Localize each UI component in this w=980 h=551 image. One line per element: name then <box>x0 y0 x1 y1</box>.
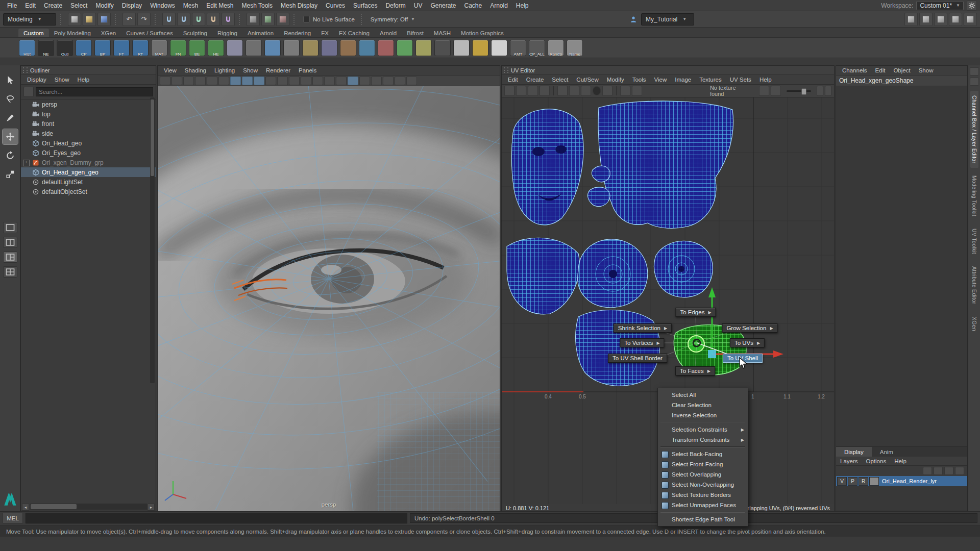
shelf-tab-motion-graphics[interactable]: Motion Graphics <box>456 29 509 37</box>
shelf-tab-animation[interactable]: Animation <box>242 29 279 37</box>
layout-two-pane-button[interactable] <box>3 237 17 248</box>
menu-deform[interactable]: Deform <box>381 0 409 11</box>
viewport-toolbar-icon[interactable] <box>277 77 288 85</box>
viewport-menu-lighting[interactable]: Lighting <box>210 67 239 73</box>
menu-item-shortest-edge-path-tool[interactable]: Shortest Edge Path Tool <box>658 514 748 524</box>
shelf-button[interactable] <box>472 39 489 57</box>
outliner-menu-help[interactable]: Help <box>74 77 94 83</box>
scroll-left-icon[interactable]: ◄ <box>22 504 29 511</box>
outliner-item-default-object-set[interactable]: defaultObjectSet <box>21 187 156 196</box>
sidebar-tab-uv-toolkit[interactable]: UV Toolkit <box>970 224 978 259</box>
layer-playback-toggle[interactable]: P <box>848 477 857 486</box>
viewport-toolbar-icon[interactable] <box>160 77 170 85</box>
select-tool-icon[interactable] <box>3 72 18 88</box>
outliner-item-ori-head-xgen-geo[interactable]: Ori_Head_xgen_geo <box>21 167 156 177</box>
uv-menu-textures[interactable]: Textures <box>695 77 725 83</box>
viewport-toolbar-icon[interactable] <box>183 77 194 85</box>
outliner-item-side[interactable]: side <box>21 129 156 138</box>
undo-button[interactable]: ↶ <box>122 13 136 26</box>
symmetry-dropdown[interactable]: Symmetry: Off ▼ <box>369 16 417 22</box>
uv-menu-create[interactable]: Create <box>522 77 548 83</box>
uv-isolate-icon[interactable] <box>759 86 769 96</box>
selection-mask-object-button[interactable] <box>261 13 275 26</box>
uv-flip-v-icon[interactable] <box>569 86 579 96</box>
selection-mask-hierarchy-button[interactable] <box>247 13 260 26</box>
outliner-item-default-light-set[interactable]: defaultLightSet <box>21 177 156 187</box>
layer-display-type-toggle[interactable]: R <box>859 477 868 486</box>
sidebar-tab-modeling-toolkit[interactable]: Modeling Toolkit <box>970 171 978 221</box>
shelf-button[interactable]: FN <box>169 39 187 57</box>
shelf-tab-sculpting[interactable]: Sculpting <box>178 29 212 37</box>
channel-box-menu-edit[interactable]: Edit <box>871 67 890 73</box>
new-scene-button[interactable] <box>68 13 81 26</box>
outliner-item-ori-head-geo[interactable]: Ori_Head_geo <box>21 138 156 148</box>
shelf-button[interactable]: AMT <box>509 39 527 57</box>
shelf-button[interactable] <box>358 39 376 57</box>
sidebar-tab-channel-box[interactable]: Channel Box / Layer Editor <box>970 91 978 168</box>
viewport-toolbar-icon[interactable] <box>254 77 264 85</box>
shelf-button[interactable]: RandS <box>547 39 565 57</box>
uv-grid-icon[interactable] <box>504 86 514 96</box>
shelf-tab-rendering[interactable]: Rendering <box>279 29 316 37</box>
create-layer-from-selected-icon[interactable] <box>955 467 964 475</box>
uv-menu-modify[interactable]: Modify <box>603 77 628 83</box>
shelf-button[interactable] <box>264 39 281 57</box>
snap-curve-button[interactable] <box>177 13 190 26</box>
viewport-toolbar-icon[interactable] <box>324 77 335 85</box>
marking-menu-to-faces[interactable]: To Faces▶ <box>675 366 715 375</box>
shelf-tab-xgen[interactable]: XGen <box>96 29 121 37</box>
viewport-menu-panels[interactable]: Panels <box>295 67 321 73</box>
viewport-toolbar-icon[interactable] <box>172 77 182 85</box>
menu-select[interactable]: Select <box>66 0 91 11</box>
marking-menu-to-uvs[interactable]: To UVs▶ <box>730 338 765 347</box>
menu-mesh-display[interactable]: Mesh Display <box>277 0 322 11</box>
toggle-channel-box-button[interactable] <box>904 13 918 26</box>
shelf-button[interactable]: RT <box>132 39 149 57</box>
menu-windows[interactable]: Windows <box>146 0 179 11</box>
menu-item-select-texture-borders[interactable]: Select Texture Borders <box>658 490 748 500</box>
uv-rotate-icon[interactable] <box>528 86 538 96</box>
shelf-button[interactable]: MAT <box>151 39 168 57</box>
uv-scale-icon[interactable] <box>540 86 550 96</box>
outliner-vertical-scrollbar[interactable] <box>150 97 155 383</box>
shelf-button[interactable] <box>339 39 357 57</box>
viewport-toolbar-icon[interactable] <box>289 77 300 85</box>
selection-mask-component-button[interactable] <box>276 13 289 26</box>
shelf-button[interactable] <box>453 39 470 57</box>
channel-box-shape-name[interactable]: Ori_Head_xgen_geoShape <box>836 76 967 86</box>
snap-point-button[interactable] <box>192 13 205 26</box>
sidebar-tab-xgen[interactable]: XGen <box>970 312 978 336</box>
move-layer-up-icon[interactable] <box>923 467 932 475</box>
channel-box-menu-object[interactable]: Object <box>889 67 914 73</box>
uv-checker-icon[interactable] <box>632 86 642 96</box>
uv-snapshot-camera-icon[interactable] <box>602 86 612 96</box>
viewport-menu-renderer[interactable]: Renderer <box>262 67 295 73</box>
shelf-tab-mash[interactable]: MASH <box>429 29 456 37</box>
channel-box-menu-channels[interactable]: Channels <box>838 67 871 73</box>
shelf-button[interactable]: CP_ALL <box>528 39 546 57</box>
save-scene-button[interactable] <box>97 13 111 26</box>
outliner-item-persp[interactable]: persp <box>21 99 156 109</box>
uv-move-icon[interactable] <box>516 86 526 96</box>
menu-item-select-front-facing[interactable]: Select Front-Facing <box>658 459 748 469</box>
scale-tool-icon[interactable] <box>3 167 18 182</box>
viewport-menu-show[interactable]: Show <box>239 67 262 73</box>
layer-menu-layers[interactable]: Layers <box>836 458 862 464</box>
marking-menu-to-vertices[interactable]: To Vertices▶ <box>620 338 664 347</box>
outliner-item-ori-eyes-geo[interactable]: Ori_Eyes_geo <box>21 148 156 158</box>
uv-menu-tools[interactable]: Tools <box>628 77 650 83</box>
toggle-attribute-editor-button[interactable] <box>919 13 933 26</box>
outliner-item-front[interactable]: front <box>21 119 156 129</box>
mel-language-button[interactable]: MEL <box>3 513 23 523</box>
outliner-item-ori-xgen-dummy-grp[interactable]: +Ori_xgen_Dummy_grp <box>21 158 156 167</box>
viewport-toolbar-icon[interactable] <box>406 77 417 85</box>
uv-menu-edit[interactable]: Edit <box>504 77 522 83</box>
viewport-toolbar-icon[interactable] <box>218 77 229 85</box>
uv-dim-slider[interactable] <box>787 90 812 92</box>
menu-modify[interactable]: Modify <box>91 0 117 11</box>
scroll-right-icon[interactable]: ► <box>148 504 155 511</box>
layer-tab-display[interactable]: Display <box>836 447 872 457</box>
viewport-menu-view[interactable]: View <box>160 67 181 73</box>
menu-item-selection-constraints[interactable]: Selection Constraints▶ <box>658 424 748 435</box>
shelf-button[interactable]: HE <box>207 39 225 57</box>
